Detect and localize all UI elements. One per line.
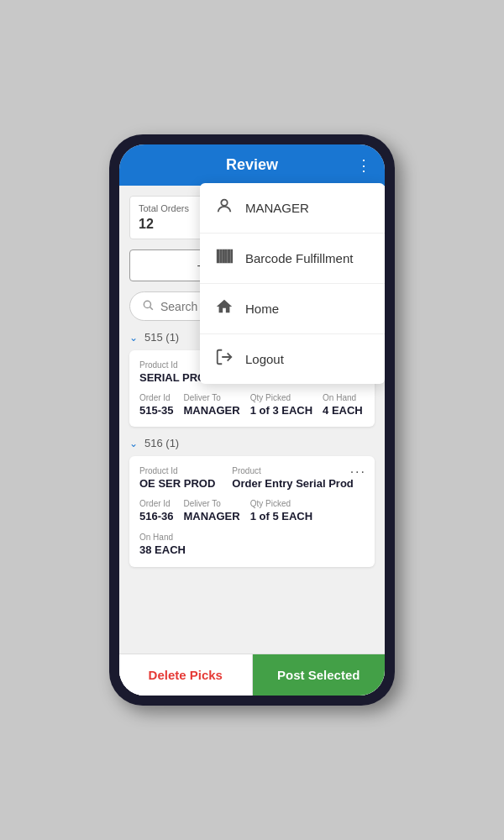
search-icon [142,299,154,313]
deliver-to-value-515: MANAGER [183,404,239,417]
product-value-516: Order Entry Serial Prod [232,477,354,491]
page-title: Review [226,156,278,174]
qty-picked-value-516: 1 of 5 EACH [250,510,312,523]
card-menu-button-516[interactable]: ··· [350,465,366,480]
group-label-515: 515 (1) [144,331,179,344]
field-deliver-to-515: Deliver To MANAGER [183,393,239,417]
logout-icon [215,348,234,370]
dropdown-logout-label: Logout [245,352,284,366]
deliver-to-label-515: Deliver To [183,393,239,402]
product-card-516: ··· Product Id OE SER PROD Product Order… [129,456,375,567]
svg-rect-1 [218,250,219,263]
svg-line-9 [150,307,153,310]
barcode-icon [215,247,234,270]
delete-picks-button[interactable]: Delete Picks [119,654,253,696]
order-id-value-515: 515-35 [139,404,173,417]
field-deliver-to-516: Deliver To MANAGER [183,499,239,523]
chevron-down-icon-515: ⌄ [129,332,138,344]
dropdown-item-manager[interactable]: MANAGER [200,183,385,234]
order-id-value-516: 516-36 [139,510,173,523]
group-label-516: 516 (1) [144,437,179,449]
field-product-516: Product Order Entry Serial Prod [232,466,354,491]
qty-picked-value-515: 1 of 3 EACH [250,404,312,417]
dropdown-item-home[interactable]: Home [200,284,385,334]
svg-rect-4 [226,250,227,263]
chevron-down-icon-516: ⌄ [129,438,138,449]
on-hand-value-516: 38 EACH [139,543,186,557]
header: Review ⋮ MANAGER [119,144,385,186]
bottom-bar: Delete Picks Post Selected [119,654,385,696]
group-header-516: ⌄ 516 (1) [129,437,375,449]
svg-rect-2 [220,250,221,263]
field-order-id-516: Order Id 516-36 [139,499,173,523]
svg-rect-5 [228,250,230,263]
dropdown-home-label: Home [245,302,279,316]
card-top-516: Product Id OE SER PROD Product Order Ent… [139,466,365,491]
deliver-to-label-516: Deliver To [183,499,239,508]
svg-rect-3 [223,250,224,263]
dropdown-manager-label: MANAGER [245,201,309,215]
field-order-id-515: Order Id 515-35 [139,393,173,417]
phone-shell: Review ⋮ MANAGER [109,134,395,706]
header-menu-button[interactable]: ⋮ [356,156,373,175]
phone-screen: Review ⋮ MANAGER [119,144,385,696]
card-bottom-516: Order Id 516-36 Deliver To MANAGER Qty P… [139,499,365,557]
svg-point-0 [221,200,227,206]
on-hand-value-515: 4 EACH [323,404,363,417]
svg-rect-6 [231,250,232,263]
person-icon [215,197,234,219]
post-selected-button[interactable]: Post Selected [253,654,386,696]
dropdown-item-barcode[interactable]: Barcode Fulfillment [200,234,385,284]
field-on-hand-515: On Hand 4 EACH [323,393,363,417]
product-id-value-516: OE SER PROD [139,477,215,491]
qty-picked-label-515: Qty Picked [250,393,312,402]
product-id-label-516: Product Id [139,466,215,475]
field-qty-picked-515: Qty Picked 1 of 3 EACH [250,393,312,417]
on-hand-label-515: On Hand [323,393,363,402]
on-hand-label-516: On Hand [139,533,186,542]
qty-picked-label-516: Qty Picked [250,499,312,508]
product-label-516: Product [232,466,354,475]
order-id-label-515: Order Id [139,393,173,402]
svg-point-8 [144,301,150,307]
dropdown-item-logout[interactable]: Logout [200,334,385,384]
card-bottom-515: Order Id 515-35 Deliver To MANAGER Qty P… [139,393,365,417]
order-id-label-516: Order Id [139,499,173,508]
field-qty-picked-516: Qty Picked 1 of 5 EACH [250,499,312,523]
dropdown-menu: MANAGER Barcode Fulfillment [200,183,385,384]
field-on-hand-516: On Hand 38 EACH [139,533,186,557]
dropdown-barcode-label: Barcode Fulfillment [245,251,353,265]
home-icon [215,297,234,320]
deliver-to-value-516: MANAGER [183,510,239,523]
field-product-id-516: Product Id OE SER PROD [139,466,215,491]
